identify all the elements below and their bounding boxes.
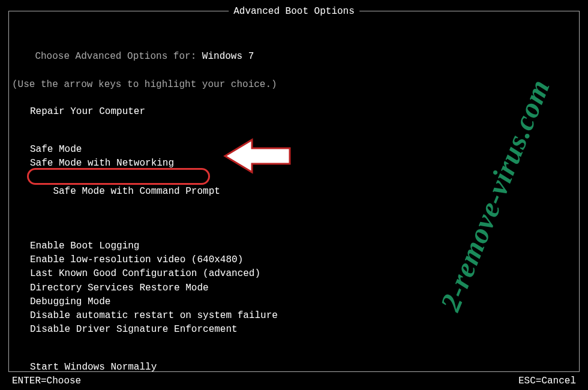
page-title: Advanced Boot Options [229, 6, 359, 17]
menu-safe-mode-command-prompt-label: Safe Mode with Command Prompt [53, 186, 220, 197]
footer-esc-hint: ESC=Cancel [518, 376, 576, 386]
footer-enter-hint: ENTER=Choose [12, 376, 81, 386]
menu-safe-mode-command-prompt[interactable]: Safe Mode with Command Prompt [12, 170, 220, 226]
highlight-circle-icon [27, 168, 210, 185]
footer-bar: ENTER=Choose ESC=Cancel [12, 376, 576, 386]
